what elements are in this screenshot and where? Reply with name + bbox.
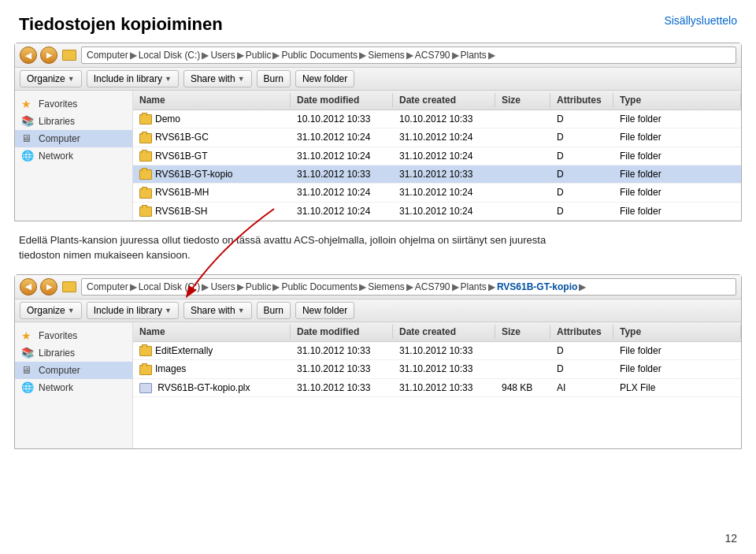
nav-libraries-2[interactable]: 📚 Libraries	[15, 344, 132, 362]
col-header-attr-1: Attributes	[550, 93, 613, 107]
file-row-selected[interactable]: RVS61B-GT-kopio 31.10.2012 10:33 31.10.2…	[133, 165, 741, 184]
folder-icon	[139, 114, 152, 125]
toc-link[interactable]: Sisällysluettelo	[664, 14, 737, 27]
col-header-type-1: Type	[613, 93, 741, 107]
star-icon-2: ★	[21, 329, 34, 342]
network-icon-2: 🌐	[21, 381, 34, 394]
folder-icon	[139, 365, 152, 375]
breadcrumb-2: Computer ▶ Local Disk (C:) ▶ Users ▶ Pub…	[81, 278, 736, 296]
computer-icon: 🖥	[21, 132, 34, 145]
col-header-type-2: Type	[613, 325, 741, 339]
col-header-created-2: Date created	[393, 325, 495, 339]
toolbar-1: Organize ▼ Include in library ▼ Share wi…	[15, 68, 741, 91]
file-row[interactable]: RVS61B-GT-kopio.plx 31.10.2012 10:33 31.…	[133, 379, 741, 397]
col-header-modified-2: Date modified	[291, 325, 393, 339]
explorer-window-2: ◀ ▶ Computer ▶ Local Disk (C:) ▶ Users ▶…	[14, 274, 742, 449]
folder-icon-address-1	[62, 50, 76, 61]
folder-icon	[139, 133, 152, 143]
folder-icon	[139, 188, 152, 199]
forward-button-2[interactable]: ▶	[40, 278, 57, 296]
back-button-1[interactable]: ◀	[20, 46, 37, 64]
col-header-modified-1: Date modified	[291, 93, 393, 107]
col-header-attr-2: Attributes	[550, 325, 613, 339]
folder-icon	[139, 151, 152, 162]
include-library-button-1[interactable]: Include in library ▼	[87, 70, 179, 87]
organize-button-2[interactable]: Organize ▼	[20, 302, 82, 319]
page-number: 12	[724, 532, 737, 545]
nav-favorites-2[interactable]: ★ Favorites	[15, 327, 132, 344]
file-pane-1: Name Date modified Date created Size Att…	[133, 91, 741, 221]
nav-favorites-1[interactable]: ★ Favorites	[15, 95, 132, 113]
file-row[interactable]: RVS61B-MH 31.10.2012 10:24 31.10.2012 10…	[133, 184, 741, 202]
nav-computer-1[interactable]: 🖥 Computer	[15, 130, 132, 147]
col-header-size-2: Size	[495, 325, 550, 339]
col-header-created-1: Date created	[393, 93, 495, 107]
libraries-icon-2: 📚	[21, 347, 34, 359]
file-row[interactable]: Demo 10.10.2012 10:33 10.10.2012 10:33 D…	[133, 110, 741, 128]
folder-icon	[139, 346, 152, 356]
address-bar-1: ◀ ▶ Computer ▶ Local Disk (C:) ▶ Users ▶…	[15, 43, 741, 68]
forward-button-1[interactable]: ▶	[40, 46, 57, 64]
nav-network-1[interactable]: 🌐 Network	[15, 147, 132, 165]
col-header-size-1: Size	[495, 93, 550, 107]
file-row[interactable]: RVS61B-GT 31.10.2012 10:24 31.10.2012 10…	[133, 147, 741, 165]
nav-pane-1: ★ Favorites 📚 Libraries 🖥 Computer 🌐 Net…	[15, 91, 133, 221]
toolbar-2: Organize ▼ Include in library ▼ Share wi…	[15, 299, 741, 322]
page-title: Tiedostojen kopioiminen	[19, 14, 223, 35]
folder-icon	[139, 169, 152, 180]
share-with-button-2[interactable]: Share with ▼	[183, 302, 252, 319]
explorer-body-2: ★ Favorites 📚 Libraries 🖥 Computer 🌐 Net…	[15, 322, 741, 448]
col-header-name-1: Name	[133, 93, 291, 107]
nav-pane-2: ★ Favorites 📚 Libraries 🖥 Computer 🌐 Net…	[15, 322, 133, 448]
computer-icon-2: 🖥	[21, 364, 34, 377]
libraries-icon: 📚	[21, 115, 34, 128]
new-folder-button-2[interactable]: New folder	[295, 302, 354, 319]
include-library-button-2[interactable]: Include in library ▼	[87, 302, 179, 319]
new-folder-button-1[interactable]: New folder	[295, 70, 354, 87]
share-with-button-1[interactable]: Share with ▼	[183, 70, 252, 87]
organize-button-1[interactable]: Organize ▼	[20, 70, 82, 87]
file-row[interactable]: Images 31.10.2012 10:33 31.10.2012 10:33…	[133, 360, 741, 378]
file-row[interactable]: EditExternally 31.10.2012 10:33 31.10.20…	[133, 342, 741, 360]
file-list-header-1: Name Date modified Date created Size Att…	[133, 91, 741, 110]
file-row[interactable]: RVS61B-SH 31.10.2012 10:24 31.10.2012 10…	[133, 203, 741, 221]
explorer-window-1: ◀ ▶ Computer ▶ Local Disk (C:) ▶ Users ▶…	[14, 43, 742, 221]
burn-button-1[interactable]: Burn	[257, 70, 291, 87]
nav-computer-2[interactable]: 🖥 Computer	[15, 362, 132, 379]
network-icon: 🌐	[21, 150, 34, 162]
back-button-2[interactable]: ◀	[20, 278, 37, 296]
address-bar-2: ◀ ▶ Computer ▶ Local Disk (C:) ▶ Users ▶…	[15, 275, 741, 299]
middle-text: Edellä Plants-kansion juuressa ollut tie…	[19, 232, 737, 263]
page-header: Tiedostojen kopioiminen Sisällysluettelo	[0, 0, 756, 43]
file-icon	[139, 383, 152, 393]
breadcrumb-1: Computer ▶ Local Disk (C:) ▶ Users ▶ Pub…	[81, 46, 736, 64]
folder-icon	[139, 206, 152, 217]
file-list-header-2: Name Date modified Date created Size Att…	[133, 322, 741, 342]
nav-network-2[interactable]: 🌐 Network	[15, 379, 132, 396]
explorer-body-1: ★ Favorites 📚 Libraries 🖥 Computer 🌐 Net…	[15, 91, 741, 221]
nav-libraries-1[interactable]: 📚 Libraries	[15, 113, 132, 130]
star-icon: ★	[21, 98, 34, 110]
file-row[interactable]: RVS61B-GC 31.10.2012 10:24 31.10.2012 10…	[133, 128, 741, 147]
folder-icon-address-2	[62, 281, 76, 292]
file-pane-2: Name Date modified Date created Size Att…	[133, 322, 741, 448]
burn-button-2[interactable]: Burn	[257, 302, 291, 319]
col-header-name-2: Name	[133, 325, 291, 339]
